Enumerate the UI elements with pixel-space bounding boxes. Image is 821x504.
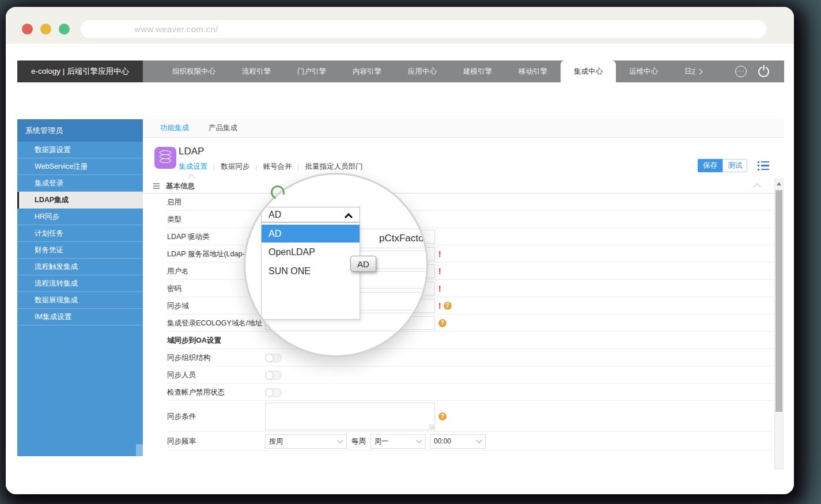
chevron-right-icon (697, 69, 703, 74)
test-button[interactable]: 测试 (722, 159, 747, 172)
row-sync-condition: 同步条件 ? (143, 401, 784, 432)
row-ecology-domain: 集成登录ECOLOGY域名/地址 ? (143, 314, 784, 332)
collapse-section-icon[interactable] (754, 183, 761, 191)
nav-item-mobile-engine[interactable]: 移动引擎 (505, 60, 561, 82)
help-icon[interactable]: ? (438, 319, 447, 327)
type-select-value: AD (268, 210, 281, 220)
nav-item-log-truncated[interactable]: 日志 (671, 60, 715, 82)
browser-chrome: www.weaver.com.cn/ (6, 7, 794, 44)
row-sync-org: 同步组织结构 (143, 349, 784, 366)
nav-item-modeling-engine[interactable]: 建模引擎 (450, 60, 505, 82)
nav-item-integration-center[interactable]: 集成中心 (561, 60, 616, 82)
sync-people-toggle[interactable] (265, 371, 282, 380)
nav-item-portal-engine[interactable]: 门户引擎 (284, 60, 339, 82)
sidebar-header: 系统管理员 (17, 119, 143, 142)
dropdown-option-sunone[interactable]: SUN ONE (262, 262, 360, 281)
basic-info-form: 启用 类型 LDAP 驱动类 LDAP 服务器地址(Ldap-> ! 用户名 !… (143, 194, 784, 450)
chevron-up-icon (345, 213, 353, 221)
drag-value-tooltip: AD (350, 256, 376, 272)
sidebar-item-datasource[interactable]: 数据源设置 (17, 142, 143, 158)
sync-condition-textarea[interactable] (265, 403, 435, 430)
every-week-label: 每周 (351, 437, 366, 446)
resize-grip[interactable] (429, 424, 434, 429)
row-sync-people: 同步人员 (143, 366, 784, 384)
type-dropdown: AD OpenLDAP SUN ONE (261, 222, 360, 320)
chevron-down-icon (338, 437, 343, 443)
row-sync-frequency: 同步频率 按周 每周 周一 00:00 (143, 432, 784, 450)
content-scrollbar[interactable] (774, 179, 784, 469)
nav-item-workflow-engine[interactable]: 流程引擎 (229, 60, 284, 82)
frequency-period-select[interactable]: 按周 (265, 434, 347, 449)
sidebar-scrollbar-thumb[interactable] (136, 444, 143, 456)
address-bar[interactable]: www.weaver.com.cn/ (81, 20, 766, 38)
browser-window: www.weaver.com.cn/ e-cology | 后端引擎应用中心 组… (6, 7, 794, 494)
sidebar-item-webservice[interactable]: WebService注册 (17, 158, 143, 175)
sidebar-item-ldap[interactable]: LDAP集成 (17, 192, 143, 209)
save-button[interactable]: 保存 (698, 159, 722, 172)
tab-integration-settings[interactable]: 集成设置 (179, 162, 207, 172)
close-window-button[interactable] (22, 24, 33, 35)
frequency-day-select[interactable]: 周一 (370, 434, 426, 449)
sidebar-item-data-display[interactable]: 数据展现集成 (17, 292, 143, 309)
field-label: 同步人员 (143, 370, 265, 380)
type-select[interactable]: AD (261, 207, 360, 222)
check-disabled-toggle[interactable] (265, 388, 282, 397)
nav-item-ops-center[interactable]: 运维中心 (616, 60, 671, 82)
traffic-lights (22, 24, 70, 35)
dropdown-option-ad[interactable]: AD (262, 225, 360, 242)
app-logo: e-cology | 后端引擎应用中心 (17, 60, 143, 82)
magnified-driver-text: pCtxFactory (379, 233, 428, 244)
secondary-nav: 功能集成 产品集成 (143, 119, 784, 138)
scroll-up-arrow[interactable] (777, 182, 781, 185)
basic-info-section-bar: 基本信息 (143, 178, 784, 194)
ldap-header: LDAP 集成设置 | 数据同步 | 账号合并 | 批量指定人员部门 保存 测试 (143, 138, 784, 178)
row-enable: 启用 (143, 194, 784, 211)
web-page: e-cology | 后端引擎应用中心 组织权限中心 流程引擎 门户引擎 内容引… (6, 44, 794, 494)
sidebar-item-finance-voucher[interactable]: 财务凭证 (17, 242, 143, 259)
tab-data-sync[interactable]: 数据同步 (221, 162, 249, 172)
minimize-window-button[interactable] (40, 24, 51, 35)
required-mark: ! (438, 249, 441, 259)
required-mark: ! (438, 284, 441, 293)
scrollbar-thumb[interactable] (775, 190, 782, 412)
nav-item-content-engine[interactable]: 内容引擎 (339, 60, 395, 82)
sync-org-toggle[interactable] (265, 354, 282, 362)
required-mark: ! (438, 301, 441, 310)
row-ldap-driver: LDAP 驱动类 (143, 228, 784, 245)
nav-item-log-label: 日志 (684, 60, 695, 82)
tab-function-integration[interactable]: 功能集成 (160, 123, 189, 133)
sidebar-item-im-settings[interactable]: IM集成设置 (17, 309, 143, 325)
field-label: 同步域 (143, 301, 265, 311)
sidebar-item-hr-sync[interactable]: HR同步 (17, 209, 143, 225)
row-ldap-server: LDAP 服务器地址(Ldap-> ! (143, 245, 784, 263)
row-check-disabled: 检查帐户禁用状态 (143, 384, 784, 401)
help-icon[interactable]: ? (438, 412, 447, 420)
more-options-icon[interactable]: ··· (735, 66, 747, 77)
zoom-window-button[interactable] (59, 24, 70, 35)
field-label: 启用 (143, 198, 265, 207)
chevron-down-icon (417, 437, 422, 443)
field-label: 类型 (143, 215, 265, 225)
dropdown-option-openldap[interactable]: OpenLDAP (262, 242, 360, 262)
tab-batch-assign[interactable]: 批量指定人员部门 (305, 162, 363, 172)
chevron-down-icon (476, 437, 482, 443)
nav-item-app-center[interactable]: 应用中心 (395, 60, 450, 82)
sidebar-item-scheduled-tasks[interactable]: 计划任务 (17, 225, 143, 242)
nav-item-org-permission[interactable]: 组织权限中心 (159, 60, 229, 82)
sidebar: 系统管理员 数据源设置 WebService注册 集成登录 LDAP集成 HR同… (17, 119, 143, 456)
sidebar-item-workflow-trigger[interactable]: 流程触发集成 (17, 259, 143, 275)
list-menu-icon[interactable] (758, 161, 769, 170)
row-sync-domain: 同步域 ! ? (143, 297, 784, 314)
url-text: www.weaver.com.cn/ (134, 24, 218, 34)
tab-account-merge[interactable]: 账号合并 (263, 162, 292, 172)
help-icon[interactable]: ? (444, 302, 452, 310)
sidebar-item-sso[interactable]: 集成登录 (17, 175, 143, 192)
tab-product-integration[interactable]: 产品集成 (209, 123, 237, 133)
drag-handle-icon[interactable] (153, 183, 160, 189)
top-nav-icons: ··· (735, 60, 784, 82)
frequency-time-select[interactable]: 00:00 (430, 434, 486, 449)
power-logout-icon[interactable] (758, 66, 769, 77)
field-label: 同步频率 (143, 437, 265, 446)
field-label: 检查帐户禁用状态 (143, 388, 265, 397)
sidebar-item-workflow-flow[interactable]: 流程流转集成 (17, 275, 143, 292)
